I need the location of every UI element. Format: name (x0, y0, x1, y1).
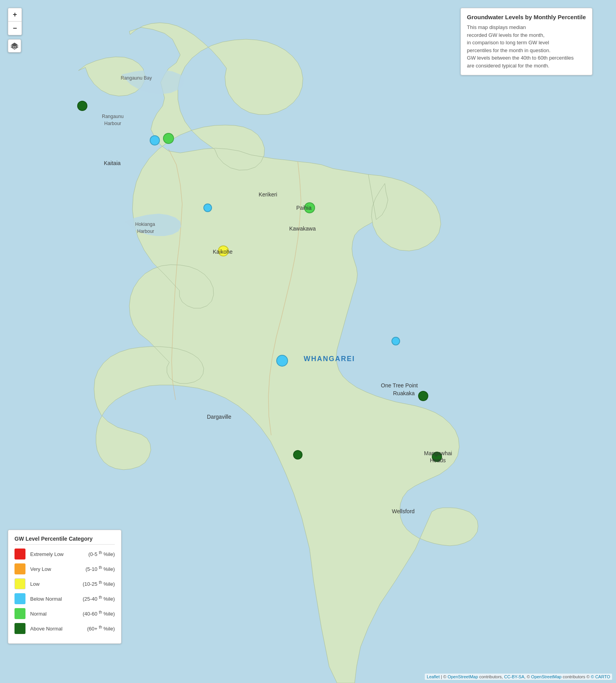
legend-item-above-normal: Above Normal (60+ th %ile) (14, 623, 115, 634)
layers-icon (11, 42, 18, 50)
legend-label-normal: Normal (30, 611, 80, 617)
legend-color-above-normal (14, 623, 25, 634)
legend-item-low: Low (10-25 th %ile) (14, 578, 115, 589)
legend-color-normal (14, 608, 25, 619)
legend-color-low (14, 578, 25, 589)
legend-label-extremely-low: Extremely Low (30, 551, 85, 557)
zoom-in-button[interactable]: + (8, 8, 22, 22)
map-container: + − Groundwater Levels by Monthly Percen… (0, 0, 616, 683)
leaflet-link[interactable]: Leaflet (427, 674, 440, 679)
marker-m3[interactable] (163, 133, 174, 144)
info-box-title: Groundwater Levels by Monthly Percentile (467, 14, 586, 20)
marker-m6[interactable] (218, 245, 229, 256)
info-box: Groundwater Levels by Monthly Percentile… (460, 8, 592, 75)
legend-range-very-low: (5-10 th %ile) (85, 565, 115, 572)
legend-color-below-normal (14, 593, 25, 604)
cc-link[interactable]: CC-BY-SA (504, 674, 524, 679)
legend-color-very-low (14, 563, 25, 574)
legend-item-below-normal: Below Normal (25-40 th %ile) (14, 593, 115, 604)
legend-label-very-low: Very Low (30, 566, 82, 572)
marker-m11[interactable] (432, 452, 442, 462)
legend-label-above-normal: Above Normal (30, 626, 84, 632)
legend-item-extremely-low: Extremely Low (0-5 th %ile) (14, 549, 115, 559)
legend-color-extremely-low (14, 549, 25, 559)
osm-link[interactable]: OpenStreetMap (448, 674, 478, 679)
info-box-description: This map displays median recorded GW lev… (467, 24, 586, 69)
marker-m9[interactable] (418, 391, 428, 401)
legend-item-very-low: Very Low (5-10 th %ile) (14, 563, 115, 574)
marker-m5[interactable] (304, 202, 315, 213)
legend-range-below-normal: (25-40 th %ile) (83, 595, 115, 602)
osm2-link[interactable]: OpenStreetMap (531, 674, 562, 679)
attribution: Leaflet | © OpenStreetMap contributors, … (425, 674, 612, 680)
zoom-controls: + − (8, 8, 22, 35)
legend-range-normal: (40-60 th %ile) (83, 610, 115, 617)
marker-m4[interactable] (203, 203, 212, 212)
zoom-out-button[interactable]: − (8, 22, 22, 35)
marker-m1[interactable] (77, 101, 87, 111)
legend: GW Level Percentile Category Extremely L… (8, 530, 121, 644)
legend-item-normal: Normal (40-60 th %ile) (14, 608, 115, 619)
marker-m7[interactable] (276, 355, 288, 367)
marker-m10[interactable] (293, 450, 303, 460)
legend-label-below-normal: Below Normal (30, 596, 80, 602)
marker-m8[interactable] (391, 337, 400, 345)
legend-title: GW Level Percentile Category (14, 536, 115, 545)
legend-range-above-normal: (60+ th %ile) (87, 625, 115, 632)
carto-link[interactable]: © CARTO (591, 674, 610, 679)
legend-range-low: (10-25 th %ile) (83, 580, 115, 587)
legend-range-extremely-low: (0-5 th %ile) (88, 550, 115, 557)
svg-marker-3 (11, 47, 18, 49)
legend-label-low: Low (30, 581, 80, 587)
layer-control-button[interactable] (8, 39, 21, 53)
marker-m2[interactable] (150, 135, 160, 145)
